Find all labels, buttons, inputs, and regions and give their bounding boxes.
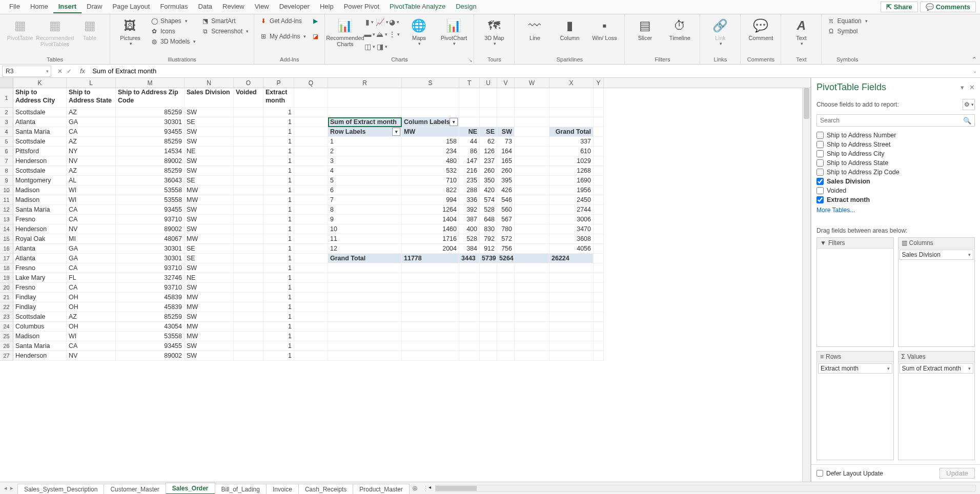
cell[interactable]: Henderson	[13, 224, 67, 234]
cell[interactable]: 89002	[116, 224, 185, 234]
cell[interactable]: 260	[480, 166, 497, 176]
cell[interactable]	[480, 312, 497, 322]
cell[interactable]: 45839	[116, 293, 185, 302]
cell[interactable]: 1264	[402, 205, 459, 215]
col-header[interactable]: O	[234, 78, 263, 88]
cell[interactable]	[549, 88, 594, 108]
field-checkbox[interactable]	[816, 132, 824, 139]
cell[interactable]	[294, 244, 328, 254]
name-box[interactable]: R3	[2, 66, 51, 77]
cell[interactable]	[294, 224, 328, 234]
cell[interactable]: 528	[459, 234, 480, 244]
cell[interactable]	[402, 283, 459, 293]
row-header[interactable]: 25	[0, 332, 13, 341]
row-header[interactable]: 22	[0, 302, 13, 312]
cell[interactable]: 1	[263, 254, 294, 263]
cell[interactable]: 2450	[549, 195, 594, 205]
cell[interactable]	[497, 302, 515, 312]
cell[interactable]: Pittsford	[13, 147, 67, 156]
cell[interactable]	[594, 244, 604, 254]
cell[interactable]	[515, 127, 549, 137]
field-checkbox[interactable]	[816, 159, 824, 167]
cell[interactable]: 1	[263, 176, 294, 186]
cell[interactable]	[294, 127, 328, 137]
cell[interactable]	[402, 312, 459, 322]
cell[interactable]: 1	[263, 332, 294, 341]
col-header[interactable]: R	[328, 78, 402, 88]
cell[interactable]	[402, 322, 459, 332]
cell[interactable]: 1690	[549, 176, 594, 186]
cell[interactable]: Henderson	[13, 351, 67, 361]
cell[interactable]: 648	[480, 215, 497, 224]
cell[interactable]: 5264	[497, 254, 515, 263]
scatter-chart-icon[interactable]: ⋮	[389, 29, 400, 40]
cell[interactable]	[328, 273, 402, 283]
cell[interactable]	[234, 205, 263, 215]
cell[interactable]: 10	[328, 224, 402, 234]
cell[interactable]	[294, 351, 328, 361]
row-header[interactable]: 8	[0, 166, 13, 176]
cell[interactable]: 89002	[116, 351, 185, 361]
field-checkbox[interactable]	[816, 150, 824, 157]
cell[interactable]	[594, 88, 604, 108]
cell[interactable]: 235	[459, 176, 480, 186]
tab-formulas[interactable]: Formulas	[155, 1, 193, 13]
cell[interactable]	[594, 302, 604, 312]
cell[interactable]	[459, 263, 480, 273]
cell[interactable]: 994	[402, 195, 459, 205]
cell[interactable]: 85259	[116, 166, 185, 176]
charts-launcher-icon[interactable]: ↘	[468, 58, 473, 63]
expand-formula-bar-icon[interactable]: ⌄	[970, 68, 980, 74]
cell[interactable]	[294, 88, 328, 108]
tab-review[interactable]: Review	[217, 1, 250, 13]
cell[interactable]	[294, 254, 328, 263]
cell[interactable]: 426	[497, 186, 515, 195]
cell[interactable]	[294, 117, 328, 127]
text-button[interactable]: AText	[785, 16, 817, 46]
cell[interactable]	[402, 332, 459, 341]
cell[interactable]	[594, 127, 604, 137]
cell[interactable]: 387	[459, 215, 480, 224]
cell[interactable]	[234, 293, 263, 302]
cell[interactable]: MW	[185, 234, 234, 244]
cell[interactable]: NE	[185, 273, 234, 283]
link-button[interactable]: 🔗Link	[704, 16, 736, 46]
cell[interactable]	[594, 293, 604, 302]
cell[interactable]	[497, 293, 515, 302]
enter-formula-icon[interactable]: ✓	[67, 68, 72, 75]
cell[interactable]	[234, 302, 263, 312]
pie-chart-icon[interactable]: ◕	[389, 16, 400, 28]
cell[interactable]	[234, 108, 263, 117]
cell[interactable]	[294, 283, 328, 293]
cell[interactable]	[294, 166, 328, 176]
cell[interactable]: 93455	[116, 127, 185, 137]
row-header[interactable]: 11	[0, 195, 13, 205]
cell[interactable]	[515, 176, 549, 186]
cell[interactable]: OH	[67, 293, 116, 302]
cell[interactable]	[402, 293, 459, 302]
3d-map-button[interactable]: 🗺3D Map	[478, 16, 510, 46]
cell[interactable]: 384	[459, 244, 480, 254]
cell[interactable]	[402, 302, 459, 312]
sheet-tab[interactable]: Sales_Order	[166, 483, 215, 495]
cell[interactable]: SW	[185, 341, 234, 351]
cell[interactable]	[594, 117, 604, 127]
cell[interactable]: 126	[480, 147, 497, 156]
cell[interactable]: 350	[480, 176, 497, 186]
field-checkbox[interactable]	[816, 169, 824, 176]
cell[interactable]	[515, 234, 549, 244]
cell[interactable]: 1	[263, 186, 294, 195]
cell[interactable]: 1460	[402, 224, 459, 234]
cell[interactable]	[515, 186, 549, 195]
cell[interactable]: 1	[263, 205, 294, 215]
field-checkbox[interactable]	[816, 187, 824, 194]
cell[interactable]: AZ	[67, 312, 116, 322]
formula-input[interactable]	[89, 66, 970, 76]
cell[interactable]	[459, 351, 480, 361]
cell[interactable]	[294, 293, 328, 302]
row-header[interactable]: 13	[0, 215, 13, 224]
cell[interactable]	[549, 322, 594, 332]
cell[interactable]	[402, 341, 459, 351]
sheet-tab[interactable]: Cash_Receipts	[298, 484, 353, 495]
cell[interactable]: Ship to Address State	[67, 88, 116, 108]
